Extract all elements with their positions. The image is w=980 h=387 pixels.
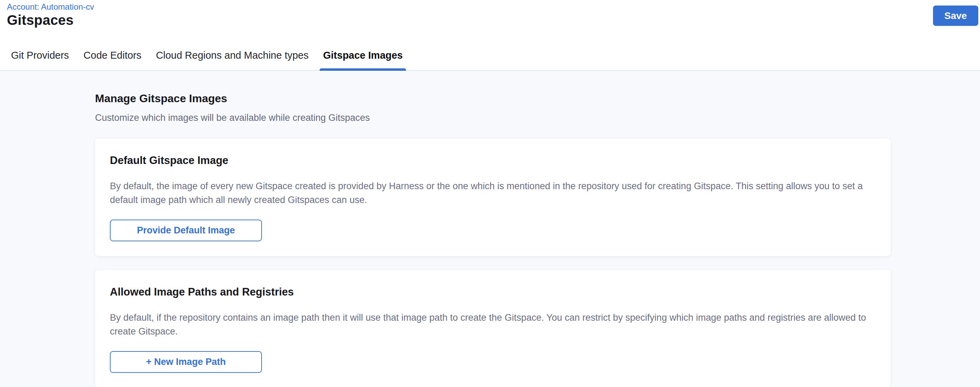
page-header: Account: Automation-cv Gitspaces Save Gi… (0, 0, 980, 71)
card-description: By default, the image of every new Gitsp… (110, 179, 876, 207)
tab-cloud-regions-machine-types[interactable]: Cloud Regions and Machine types (153, 50, 312, 70)
default-gitspace-image-card: Default Gitspace Image By default, the i… (95, 138, 891, 256)
allowed-image-paths-card: Allowed Image Paths and Registries By de… (95, 270, 891, 387)
tab-git-providers[interactable]: Git Providers (8, 50, 73, 70)
page-title: Gitspaces (7, 13, 73, 28)
account-breadcrumb-link[interactable]: Account: Automation-cv (7, 2, 94, 12)
provide-default-image-button[interactable]: Provide Default Image (110, 220, 262, 241)
tab-gitspace-images[interactable]: Gitspace Images (320, 50, 406, 70)
save-button[interactable]: Save (933, 6, 978, 26)
new-image-path-button[interactable]: + New Image Path (110, 351, 262, 373)
card-description: By default, if the repository contains a… (110, 311, 876, 338)
settings-tab-bar: Git Providers Code Editors Cloud Regions… (8, 50, 406, 70)
section-heading: Manage Gitspace Images (95, 92, 891, 105)
card-title: Default Gitspace Image (110, 154, 876, 167)
main-content: Manage Gitspace Images Customize which i… (0, 71, 980, 387)
card-title: Allowed Image Paths and Registries (110, 286, 876, 298)
tab-code-editors[interactable]: Code Editors (80, 50, 145, 70)
section-subheading: Customize which images will be available… (95, 113, 891, 123)
